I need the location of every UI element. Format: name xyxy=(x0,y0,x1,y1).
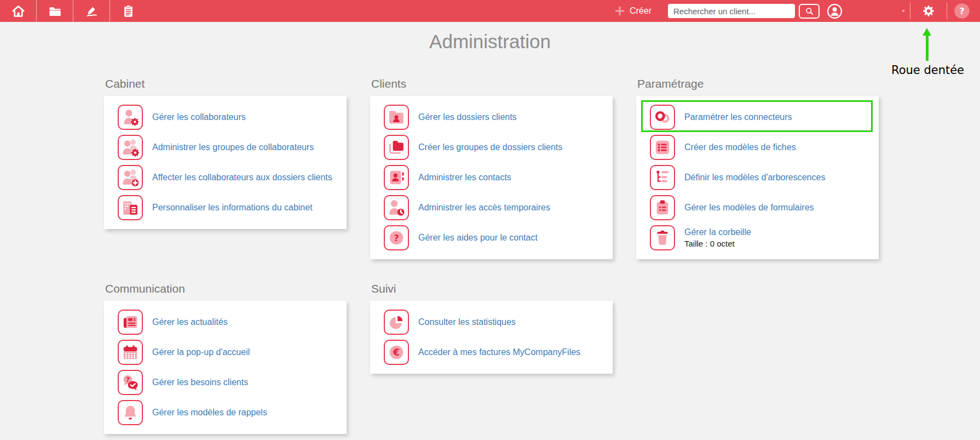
card-item[interactable]: Créer les groupes de dossiers clients xyxy=(370,132,613,162)
item-label: Créer les groupes de dossiers clients xyxy=(418,142,562,153)
section-card: Paramétrer les connecteurs Créer des mod… xyxy=(636,96,879,259)
section-card: Gérer les actualités Gérer la pop-up d'a… xyxy=(104,301,347,434)
item-label: Administrer les groupes de collaborateur… xyxy=(152,142,314,153)
tree-icon xyxy=(650,165,675,190)
section-card: Consulter les statistiques €Accéder à me… xyxy=(370,301,613,374)
gear-icon xyxy=(921,4,936,18)
create-button[interactable]: Créer xyxy=(614,5,652,17)
item-sublabel: Taille : 0 octet xyxy=(684,239,751,248)
help-icon: ? xyxy=(954,3,970,19)
section-title: Cabinet xyxy=(105,77,347,90)
clipboard-list-icon xyxy=(650,195,675,220)
card-item[interactable]: Définir les modèles d'arborescences xyxy=(636,162,879,192)
section-4: Suivi Consulter les statistiques €Accéde… xyxy=(370,282,613,374)
create-label: Créer xyxy=(630,6,652,16)
contact-card-icon xyxy=(384,165,409,190)
item-label: Gérer les modèles de rappels xyxy=(152,407,267,418)
item-label: Créer des modèles de fiches xyxy=(684,142,796,153)
tasks-button[interactable] xyxy=(110,0,146,22)
svg-text:?: ? xyxy=(394,232,399,243)
home-button[interactable] xyxy=(0,0,36,22)
svg-text:?: ? xyxy=(959,6,964,16)
item-label: Accéder à mes factures MyCompanyFiles xyxy=(418,347,580,358)
search-input[interactable] xyxy=(668,4,795,18)
item-label: Personnaliser les informations du cabine… xyxy=(152,202,313,213)
card-item[interactable]: Administrer les contacts xyxy=(370,162,613,192)
card-item[interactable]: Gérer les modèles de formulaires xyxy=(636,192,879,222)
euro-circle-icon: € xyxy=(384,340,409,365)
signature-icon xyxy=(84,4,99,19)
item-label: Gérer les modèles de formulaires xyxy=(684,202,814,213)
card-item[interactable]: Gérer la pop-up d'accueil xyxy=(104,337,347,367)
user-gear-icon xyxy=(118,105,143,130)
newspaper-icon xyxy=(118,310,143,335)
folders-button[interactable] xyxy=(37,0,73,22)
card-item[interactable]: Créer des modèles de fiches xyxy=(636,132,879,162)
item-label: Administrer les contacts xyxy=(418,172,511,183)
settings-gear-button[interactable] xyxy=(910,4,947,18)
item-label: Administrer les accès temporaires xyxy=(418,202,550,213)
card-item[interactable]: Paramétrer les connecteurs xyxy=(636,102,879,132)
section-title: Paramétrage xyxy=(637,77,879,90)
section-2: Paramétrage Paramétrer les connecteurs C… xyxy=(636,77,879,259)
card-item[interactable]: ?Gérer les aides pour le contact xyxy=(370,222,613,253)
help-button[interactable]: ? xyxy=(947,3,977,19)
item-label: Gérer les aides pour le contact xyxy=(418,232,538,243)
card-item[interactable]: Consulter les statistiques xyxy=(370,307,613,337)
card-item[interactable]: Gérer les collaborateurs xyxy=(104,102,347,132)
card-item[interactable]: Personnaliser les informations du cabine… xyxy=(104,192,347,222)
item-label: Gérer les actualités xyxy=(152,317,228,328)
section-title: Communication xyxy=(105,282,347,295)
section-card: Gérer les dossiers clients Créer les gro… xyxy=(370,96,613,259)
magnifier-icon xyxy=(804,6,815,16)
plus-icon xyxy=(614,5,626,17)
card-item[interactable]: Administrer les groupes de collaborateur… xyxy=(104,132,347,162)
search-button[interactable] xyxy=(799,4,820,19)
section-3: Communication Gérer les actualités Gérer… xyxy=(104,282,347,434)
section-title: Suivi xyxy=(371,282,613,295)
users-plus-icon xyxy=(118,165,143,190)
item-label: Définir les modèles d'arborescences xyxy=(684,172,825,183)
annotation-label: Roue dentée xyxy=(891,64,964,77)
section-1: Clients Gérer les dossiers clients Créer… xyxy=(370,77,613,259)
pie-chart-icon xyxy=(384,310,409,335)
link-icon xyxy=(650,105,675,130)
item-label: Gérer les besoins clients xyxy=(152,377,248,388)
list-icon xyxy=(650,135,675,160)
card-item[interactable]: ? Gérer les besoins clients xyxy=(104,367,347,397)
card-item[interactable]: Affecter les collaborateurs aux dossiers… xyxy=(104,162,347,192)
item-label: Gérer la corbeille xyxy=(684,227,751,238)
item-label: Gérer les dossiers clients xyxy=(418,112,517,123)
item-label: Consulter les statistiques xyxy=(418,317,516,328)
card-item[interactable]: Gérer les modèles de rappels xyxy=(104,397,347,427)
signature-button[interactable] xyxy=(73,0,109,22)
section-0: CabinetGérer les collaborateurs Administ… xyxy=(104,77,347,229)
item-label: Paramétrer les connecteurs xyxy=(684,112,792,123)
building-list-icon xyxy=(118,195,143,220)
annotation-arrow xyxy=(922,28,932,61)
avatar-button[interactable] xyxy=(826,2,843,20)
topbar: Créer ? xyxy=(0,0,980,22)
main-content: Administration CabinetGérer les collabor… xyxy=(0,31,980,434)
card-item[interactable]: €Accéder à mes factures MyCompanyFiles xyxy=(370,337,613,367)
folder-user-icon xyxy=(384,105,409,130)
trash-icon xyxy=(650,225,675,250)
svg-text:€: € xyxy=(393,347,400,358)
user-clock-icon xyxy=(384,195,409,220)
folder-icon xyxy=(48,4,62,19)
chevron-down-icon[interactable] xyxy=(897,7,910,15)
item-label: Affecter les collaborateurs aux dossiers… xyxy=(152,172,332,183)
section-card: Gérer les collaborateurs Administrer les… xyxy=(104,96,347,229)
card-item[interactable]: Gérer la corbeilleTaille : 0 octet xyxy=(636,222,879,253)
page-title: Administration xyxy=(0,31,980,53)
calendar-icon xyxy=(118,340,143,365)
person-circle-icon xyxy=(826,3,843,20)
home-icon xyxy=(11,4,26,19)
section-title: Clients xyxy=(371,77,613,90)
card-item[interactable]: Gérer les actualités xyxy=(104,307,347,337)
card-item[interactable]: Administrer les accès temporaires xyxy=(370,192,613,222)
sections-grid: CabinetGérer les collaborateurs Administ… xyxy=(104,77,879,434)
chat-question-icon: ? xyxy=(118,370,143,395)
annotation-arrow-head xyxy=(923,28,931,36)
card-item[interactable]: Gérer les dossiers clients xyxy=(370,102,613,132)
